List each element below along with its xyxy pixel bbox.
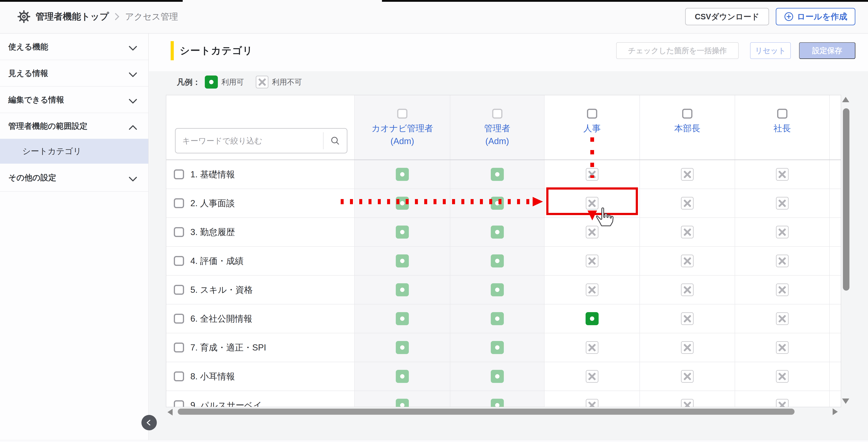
permission-cell[interactable] xyxy=(640,275,735,304)
sidebar-subitem[interactable]: シートカテゴリ xyxy=(0,139,148,164)
role-column-link[interactable]: 本部長 xyxy=(674,122,700,135)
row-select-checkbox[interactable] xyxy=(174,343,184,352)
available-icon[interactable] xyxy=(491,341,504,354)
csv-download-button[interactable]: CSVダウンロード xyxy=(685,8,769,25)
create-role-button[interactable]: ロールを作成 xyxy=(776,8,855,25)
permission-cell[interactable] xyxy=(735,160,830,188)
unavailable-icon[interactable] xyxy=(776,341,788,354)
permission-cell[interactable] xyxy=(735,333,830,362)
available-icon[interactable] xyxy=(491,370,504,383)
column-select-checkbox[interactable] xyxy=(587,109,597,119)
permission-cell[interactable] xyxy=(545,391,640,407)
permission-cell[interactable] xyxy=(450,391,545,407)
role-column-sublabel[interactable]: (Adm) xyxy=(391,135,414,147)
permission-cell[interactable] xyxy=(735,189,830,217)
unavailable-icon[interactable] xyxy=(776,284,788,296)
available-icon[interactable] xyxy=(396,168,409,181)
row-select-checkbox[interactable] xyxy=(174,285,184,295)
unavailable-icon[interactable] xyxy=(776,197,788,209)
sidebar-group[interactable]: その他の設定 xyxy=(0,164,148,192)
unavailable-icon[interactable] xyxy=(681,226,693,238)
search-input[interactable] xyxy=(176,137,323,145)
unavailable-icon[interactable] xyxy=(681,341,693,354)
search-icon[interactable] xyxy=(323,136,347,146)
horizontal-scroll-right-arrow[interactable] xyxy=(833,408,838,415)
permission-cell[interactable] xyxy=(355,160,450,188)
unavailable-icon[interactable] xyxy=(776,370,788,383)
available-icon[interactable] xyxy=(491,255,504,267)
permission-cell[interactable] xyxy=(545,275,640,304)
horizontal-scroll-left-arrow[interactable] xyxy=(167,409,173,415)
role-column-link[interactable]: 管理者 xyxy=(484,122,510,135)
reset-button[interactable]: リセット xyxy=(750,42,791,59)
available-icon[interactable] xyxy=(396,370,409,383)
row-select-checkbox[interactable] xyxy=(174,169,184,179)
permission-cell[interactable] xyxy=(450,160,545,188)
permission-cell[interactable] xyxy=(735,362,830,391)
unavailable-icon[interactable] xyxy=(681,399,693,407)
role-column-link[interactable]: カオナビ管理者 xyxy=(371,122,433,135)
permission-cell[interactable] xyxy=(450,333,545,362)
row-select-checkbox[interactable] xyxy=(174,256,184,266)
bulk-action-button[interactable]: チェックした箇所を一括操作 xyxy=(616,42,739,59)
permission-cell[interactable] xyxy=(640,304,735,333)
unavailable-icon[interactable] xyxy=(586,370,598,383)
unavailable-icon[interactable] xyxy=(776,399,788,407)
unavailable-icon[interactable] xyxy=(681,168,693,181)
permission-cell[interactable] xyxy=(735,247,830,275)
permission-cell[interactable] xyxy=(450,362,545,391)
row-select-checkbox[interactable] xyxy=(174,198,184,208)
column-select-checkbox[interactable] xyxy=(777,109,787,119)
permission-cell[interactable] xyxy=(355,275,450,304)
available-icon[interactable] xyxy=(491,399,504,407)
available-icon[interactable] xyxy=(396,312,409,325)
permission-cell[interactable] xyxy=(450,304,545,333)
permission-cell[interactable] xyxy=(355,247,450,275)
unavailable-icon[interactable] xyxy=(681,370,693,383)
unavailable-icon[interactable] xyxy=(681,197,693,209)
available-icon[interactable] xyxy=(491,283,504,296)
column-select-checkbox[interactable] xyxy=(397,109,407,119)
unavailable-icon[interactable] xyxy=(586,284,598,296)
row-select-checkbox[interactable] xyxy=(174,372,184,381)
horizontal-scrollbar-thumb[interactable] xyxy=(178,409,795,415)
permission-cell[interactable] xyxy=(735,218,830,246)
unavailable-icon[interactable] xyxy=(776,312,788,325)
permission-cell[interactable] xyxy=(640,160,735,188)
column-select-checkbox[interactable] xyxy=(682,109,692,119)
row-select-checkbox[interactable] xyxy=(174,227,184,237)
unavailable-icon[interactable] xyxy=(586,341,598,354)
permission-cell[interactable] xyxy=(355,362,450,391)
breadcrumb-root[interactable]: 管理者機能トップ xyxy=(36,10,109,23)
permission-cell[interactable] xyxy=(355,218,450,246)
permission-cell[interactable] xyxy=(735,391,830,407)
unavailable-icon[interactable] xyxy=(586,399,598,407)
permission-cell[interactable] xyxy=(355,333,450,362)
unavailable-icon[interactable] xyxy=(681,312,693,325)
permission-cell[interactable] xyxy=(545,333,640,362)
sidebar-group[interactable]: 見える情報 xyxy=(0,60,148,87)
permission-cell[interactable] xyxy=(640,391,735,407)
permission-cell[interactable] xyxy=(640,362,735,391)
permission-cell[interactable] xyxy=(640,189,735,217)
vertical-scroll-up-arrow[interactable] xyxy=(842,97,849,102)
save-settings-button[interactable]: 設定保存 xyxy=(799,42,855,59)
role-column-link[interactable]: 社長 xyxy=(774,122,791,135)
unavailable-icon[interactable] xyxy=(586,255,598,267)
role-column-link[interactable]: 人事 xyxy=(583,122,601,135)
permission-cell[interactable] xyxy=(640,218,735,246)
available-icon[interactable] xyxy=(491,226,504,239)
permission-cell[interactable] xyxy=(735,275,830,304)
permission-cell[interactable] xyxy=(735,304,830,333)
permission-cell[interactable] xyxy=(355,391,450,407)
available-icon[interactable] xyxy=(396,255,409,267)
unavailable-icon[interactable] xyxy=(776,255,788,267)
permission-cell[interactable] xyxy=(640,247,735,275)
sidebar-collapse-button[interactable] xyxy=(142,415,157,430)
vertical-scrollbar-thumb[interactable] xyxy=(843,108,849,291)
permission-cell[interactable] xyxy=(545,304,640,333)
row-select-checkbox[interactable] xyxy=(174,314,184,324)
unavailable-icon[interactable] xyxy=(776,226,788,238)
permission-cell[interactable] xyxy=(450,247,545,275)
permission-cell[interactable] xyxy=(545,218,640,246)
